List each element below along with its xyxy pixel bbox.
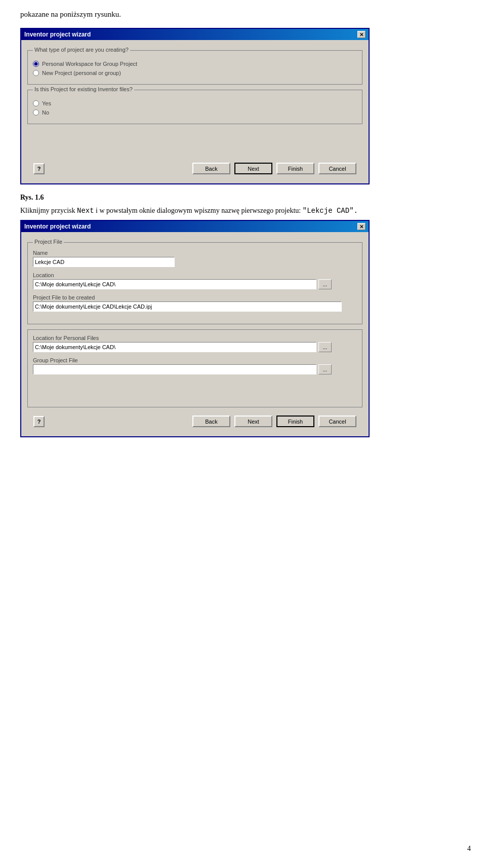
dialog2-location-input[interactable] (33, 279, 316, 289)
dialog2-location-browse-button[interactable]: ... (318, 279, 332, 289)
dialog2-personal-group: Location for Personal Files ... (33, 335, 357, 352)
dialog1-radio2-label: New Project (personal or group) (42, 70, 121, 76)
dialog1-radio1-label: Personal Workspace for Group Project (42, 61, 137, 67)
dialog1-radio3-input[interactable] (33, 100, 39, 106)
dialog1-body: What type of project are you creating? P… (21, 40, 369, 183)
dialog2-groupfile-label: Group Project File (33, 357, 357, 363)
dialog1-group2-legend: Is this Project for existing Inventor fi… (33, 86, 134, 92)
dialog1-title: Inventor project wizard (24, 31, 91, 38)
dialog1-finish-button[interactable]: Finish (276, 163, 314, 174)
dialog1-radio4-row: No (33, 109, 357, 116)
dialog2-footer-buttons: Back Next Finish Cancel (192, 416, 356, 427)
dialog1-radio2-row: New Project (personal or group) (33, 70, 357, 76)
dialog1-radio1-input[interactable] (33, 61, 39, 67)
caption-code-lekcje: "Lekcje CAD". (303, 207, 358, 215)
dialog1-group1: What type of project are you creating? P… (27, 50, 362, 85)
dialog1-back-button[interactable]: Back (192, 163, 230, 174)
dialog2-title: Inventor project wizard (24, 223, 91, 230)
dialog2-next-button[interactable]: Next (234, 416, 272, 427)
dialog2-projfile-label: Project File to be created (33, 294, 357, 300)
caption-code-next: Next (77, 207, 94, 215)
dialog2-location-group: Location ... (33, 272, 357, 289)
dialog1-group1-legend: What type of project are you creating? (33, 47, 130, 53)
intro-text: pokazane na poniższym rysunku. (20, 10, 466, 19)
dialog2-personal-input[interactable] (33, 342, 316, 352)
dialog2-projfile-group: Project File to be created (33, 294, 357, 312)
dialog1-cancel-button[interactable]: Cancel (318, 163, 356, 174)
caption-text-before: Kliknijmy przycisk (20, 207, 77, 214)
dialog2-location-label: Location (33, 272, 357, 278)
page-number: 4 (467, 845, 471, 853)
dialog2-titlebar: Inventor project wizard ✕ (21, 221, 369, 232)
dialog2-body: Project File Name Location ... Project F… (21, 232, 369, 436)
dialog1-radio1-row: Personal Workspace for Group Project (33, 61, 357, 67)
dialog1-next-button[interactable]: Next (234, 163, 272, 174)
dialog1-titlebar: Inventor project wizard ✕ (21, 29, 369, 40)
dialog1-footer-buttons: Back Next Finish Cancel (192, 163, 356, 174)
dialog1-help-button[interactable]: ? (33, 163, 45, 174)
dialog2-location-row: ... (33, 279, 357, 289)
dialog2-personal-row: ... (33, 342, 357, 352)
caption-text-after: i w powstałym oknie dialogowym wpiszmy n… (94, 207, 303, 214)
dialog2-personal-label-text: Location for Personal Files (33, 335, 99, 341)
dialog2-cancel-button[interactable]: Cancel (318, 416, 356, 427)
rys-label: Rys. 1.6 (20, 194, 466, 202)
dialog2-help-area: ? (33, 416, 45, 427)
dialog1-radio4-label: No (42, 109, 49, 116)
dialog1-help-area: ? (33, 163, 45, 174)
dialog2-groupfile-input[interactable] (33, 364, 316, 374)
dialog2-projfile-input[interactable] (33, 301, 342, 312)
dialog2-finish-button[interactable]: Finish (276, 416, 314, 427)
dialog1-radio3-label: Yes (42, 100, 51, 106)
dialog2-group1: Project File Name Location ... Project F… (27, 242, 362, 324)
dialog1-radio4-input[interactable] (33, 109, 39, 116)
dialog2-close-button[interactable]: ✕ (357, 223, 366, 230)
dialog2-groupfile-group: Group Project File ... (33, 357, 357, 374)
dialog1-footer: ? Back Next Finish Cancel (27, 160, 362, 177)
dialog2-help-button[interactable]: ? (33, 416, 45, 427)
dialog2-groupfile-row: ... (33, 364, 357, 374)
dialog1-group2: Is this Project for existing Inventor fi… (27, 90, 362, 124)
caption-paragraph: Kliknijmy przycisk Next i w powstałym ok… (20, 207, 466, 215)
dialog2-footer: ? Back Next Finish Cancel (27, 412, 362, 430)
dialog2-group1-legend: Project File (33, 239, 64, 245)
dialog2-name-label: Name (33, 250, 357, 256)
dialog2-window: Inventor project wizard ✕ Project File N… (20, 220, 370, 437)
dialog1-radio3-row: Yes (33, 100, 357, 106)
dialog2-group2: Location for Personal Files ... Group Pr… (27, 329, 362, 407)
dialog2-personal-label: Location for Personal Files (33, 335, 357, 341)
dialog1-close-button[interactable]: ✕ (357, 31, 366, 38)
dialog2-groupfile-browse-button[interactable]: ... (318, 364, 332, 374)
dialog2-back-button[interactable]: Back (192, 416, 230, 427)
dialog1-radio2-input[interactable] (33, 70, 39, 76)
dialog2-personal-browse-button[interactable]: ... (318, 342, 332, 352)
dialog2-name-input[interactable] (33, 257, 175, 267)
dialog1-window: Inventor project wizard ✕ What type of p… (20, 28, 370, 184)
dialog2-name-group: Name (33, 250, 357, 267)
